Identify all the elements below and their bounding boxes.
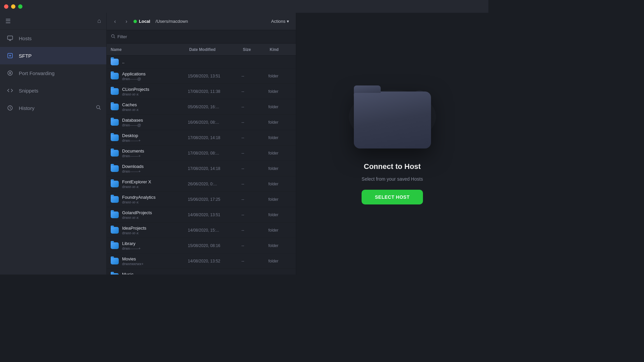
file-kind: folder xyxy=(266,259,296,263)
file-name: Music xyxy=(122,272,141,275)
col-date: Date Modified xyxy=(185,44,239,55)
sidebar-item-hosts[interactable]: Hosts xyxy=(0,29,106,47)
back-button[interactable]: ‹ xyxy=(111,17,119,26)
folder-icon xyxy=(111,258,119,264)
folder-icon xyxy=(111,73,119,79)
file-name-cell: CLionProjects drwxr-xr-x xyxy=(107,87,185,96)
table-row[interactable]: Applications drwx------@ 15/08/2020, 13:… xyxy=(107,68,296,84)
file-kind: folder xyxy=(266,182,296,186)
sidebar-item-snippets[interactable]: Snippets xyxy=(0,82,106,99)
snippets-label: Snippets xyxy=(19,88,38,94)
file-list: .. Applications drwx------@ 15/08/2020, … xyxy=(107,56,296,275)
table-row[interactable]: IdeaProjects drwxr-xr-x 14/08/2020, 15:.… xyxy=(107,223,296,238)
actions-button[interactable]: Actions ▾ xyxy=(268,17,292,25)
file-permissions: drwx-------+ xyxy=(122,138,141,142)
file-name: FoundryAnalytics xyxy=(122,195,156,200)
svg-point-8 xyxy=(111,35,114,37)
file-kind: folder xyxy=(266,243,296,248)
table-row[interactable]: Databases drwx------@ 16/06/2020, 08:...… xyxy=(107,115,296,130)
file-date: 14/08/2020, 13:52 xyxy=(185,259,239,263)
file-kind: folder xyxy=(266,89,296,94)
filter-icon xyxy=(111,34,115,40)
maximize-button[interactable] xyxy=(18,4,22,9)
table-row[interactable]: Downloads drwx-------+ 17/08/2020, 14:18… xyxy=(107,161,296,176)
table-row[interactable]: GolandProjects drwxr-xr-x 14/08/2020, 13… xyxy=(107,207,296,223)
path-text: /Users/macdown xyxy=(156,19,188,24)
file-kind: folder xyxy=(266,213,296,217)
folder-icon xyxy=(111,242,119,249)
file-size: -- xyxy=(239,89,266,94)
forward-button[interactable]: › xyxy=(122,17,131,26)
file-name: .. xyxy=(122,59,124,64)
file-browser: ‹ › Local /Users/macdown Actions ▾ xyxy=(107,13,296,275)
table-row[interactable]: .. xyxy=(107,56,296,68)
file-name: Downloads xyxy=(122,164,144,169)
sidebar-item-history[interactable]: History xyxy=(0,99,106,117)
illustration xyxy=(345,83,439,157)
file-date: 15/08/2020, 08:16 xyxy=(185,243,239,248)
history-search-icon[interactable] xyxy=(96,105,101,111)
file-name-cell: Databases drwx------@ xyxy=(107,118,185,127)
host-label: Local xyxy=(139,19,150,24)
filter-area xyxy=(107,30,296,44)
filter-input[interactable] xyxy=(117,34,292,39)
table-row[interactable]: Movies drwxrwxrwx+ 14/08/2020, 13:52 -- … xyxy=(107,253,296,269)
file-size: -- xyxy=(239,197,266,202)
file-name-cell: FontExplorer X drwxr-xr-x xyxy=(107,179,185,189)
table-row[interactable]: Documents drwx-------+ 17/08/2020, 08:..… xyxy=(107,145,296,161)
file-name: FontExplorer X xyxy=(122,179,151,184)
folder-icon xyxy=(111,227,119,234)
connect-subtitle: Select from your saved Hosts xyxy=(362,176,423,182)
file-kind: folder xyxy=(266,74,296,78)
table-row[interactable]: Caches drwxr-xr-x 05/06/2020, 16:... -- … xyxy=(107,99,296,115)
sidebar-item-port-forwarding[interactable]: Port Forwarding xyxy=(0,64,106,82)
file-size: -- xyxy=(239,182,266,186)
file-kind: folder xyxy=(266,274,296,275)
table-row[interactable]: FoundryAnalytics drwxr-xr-x 15/06/2020, … xyxy=(107,192,296,207)
table-row[interactable]: FontExplorer X drwxr-xr-x 26/06/2020, 0:… xyxy=(107,176,296,192)
sidebar: ☰ ⌂ Hosts SFTP xyxy=(0,13,107,275)
file-permissions: drwxr-xr-x xyxy=(122,216,152,220)
titlebar xyxy=(0,0,488,13)
table-row[interactable]: CLionProjects drwxr-xr-x 17/08/2020, 11:… xyxy=(107,84,296,99)
sidebar-item-sftp[interactable]: SFTP xyxy=(0,47,106,64)
file-name-cell: Applications drwx------@ xyxy=(107,71,185,81)
file-kind: folder xyxy=(266,228,296,233)
folder-icon xyxy=(111,273,119,275)
file-size: -- xyxy=(239,274,266,275)
table-row[interactable]: Library drwx-------+ 15/08/2020, 08:16 -… xyxy=(107,238,296,253)
home-icon[interactable]: ⌂ xyxy=(97,17,101,24)
file-permissions: drwx------@ xyxy=(122,77,146,81)
col-size: Size xyxy=(239,44,266,55)
folder-icon xyxy=(111,119,119,126)
path-display: Local /Users/macdown xyxy=(133,19,266,24)
file-name: Applications xyxy=(122,71,146,76)
hamburger-icon[interactable]: ☰ xyxy=(5,17,11,25)
close-button[interactable] xyxy=(4,4,8,9)
browser-toolbar: ‹ › Local /Users/macdown Actions ▾ xyxy=(107,13,296,30)
hosts-icon xyxy=(5,34,15,43)
file-date: 15/08/2020, 13:51 xyxy=(185,74,239,78)
file-date: 17/08/2020, 08:... xyxy=(185,151,239,156)
table-row[interactable]: Music drwx-------+ 14/08/2020, 11:28 -- … xyxy=(107,269,296,275)
folder-big xyxy=(354,92,431,148)
folder-icon xyxy=(111,150,119,157)
port-forwarding-icon xyxy=(5,68,15,78)
table-row[interactable]: Desktop drwx-------+ 17/08/2020, 14:18 -… xyxy=(107,130,296,145)
file-size: -- xyxy=(239,213,266,217)
file-size: -- xyxy=(239,243,266,248)
file-date: 17/08/2020, 14:18 xyxy=(185,166,239,171)
file-permissions: drwxr-xr-x xyxy=(122,185,151,189)
history-icon xyxy=(5,103,15,113)
file-name-cell: Documents drwx-------+ xyxy=(107,148,185,158)
file-name: Movies xyxy=(122,256,144,261)
file-permissions: drwxrwxrwx+ xyxy=(122,262,144,266)
file-name-cell: Library drwx-------+ xyxy=(107,241,185,250)
select-host-button[interactable]: SELECT HOST xyxy=(362,190,423,204)
file-size: -- xyxy=(239,74,266,78)
minimize-button[interactable] xyxy=(11,4,15,9)
split-area: ‹ › Local /Users/macdown Actions ▾ xyxy=(107,13,488,275)
folder-icon xyxy=(111,134,119,141)
connection-status-dot xyxy=(133,20,137,23)
file-name: CLionProjects xyxy=(122,87,149,92)
